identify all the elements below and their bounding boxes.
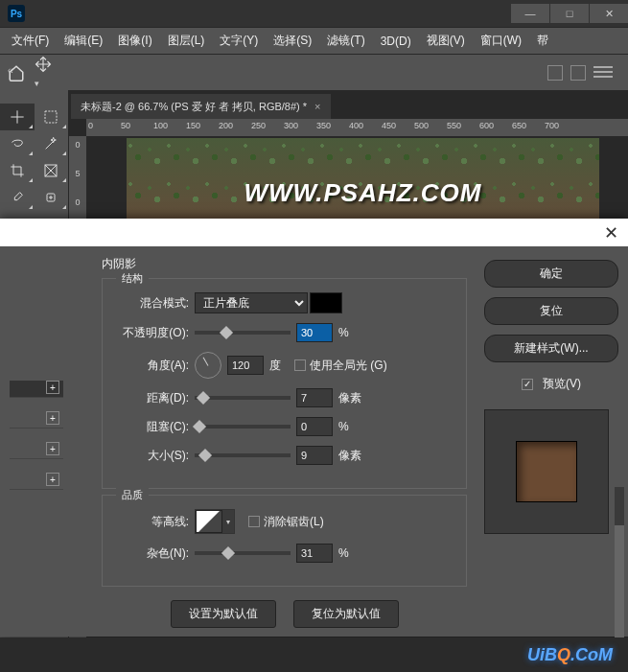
noise-slider[interactable] — [195, 551, 291, 555]
size-unit: 像素 — [338, 448, 361, 464]
crop-tool[interactable] — [0, 157, 35, 184]
quality-fieldset: 品质 等高线: ▾ 消除锯齿(L) 杂色(N): % — [102, 495, 467, 587]
plus-icon[interactable]: + — [46, 442, 59, 455]
document-tab[interactable]: 未标题-2 @ 66.7% (PS 爱 好 者 拷贝, RGB/8#) * × — [71, 94, 331, 119]
distance-input[interactable] — [296, 388, 333, 407]
ruler-tick: 550 — [447, 121, 461, 130]
move-tool[interactable] — [0, 104, 35, 130]
size-slider[interactable] — [195, 453, 291, 457]
dialog-header: ✕ — [0, 219, 628, 246]
svg-rect-0 — [45, 111, 57, 123]
document-tab-title: 未标题-2 @ 66.7% (PS 爱 好 者 拷贝, RGB/8#) * — [81, 100, 307, 114]
distance-slider[interactable] — [195, 396, 291, 400]
choke-slider[interactable] — [195, 425, 291, 429]
ruler-tick: 400 — [349, 121, 363, 130]
preview-label: 预览(V) — [543, 376, 581, 392]
footer-bar: UiBQ.CoM — [0, 637, 628, 672]
ruler-horizontal: 0 50 100 150 200 250 300 350 400 450 500… — [86, 119, 628, 136]
ruler-tick: 100 — [153, 121, 168, 130]
frame-tool[interactable] — [35, 157, 69, 184]
magic-wand-tool[interactable] — [35, 130, 69, 157]
ruler-tick: 0 — [75, 197, 80, 207]
plus-icon[interactable]: + — [46, 381, 59, 394]
choke-unit: % — [338, 420, 349, 433]
structure-label: 结构 — [116, 271, 149, 286]
global-light-checkbox[interactable] — [294, 359, 306, 371]
app-logo: Ps — [8, 5, 25, 22]
preview-checkbox[interactable] — [522, 379, 533, 390]
contour-picker[interactable]: ▾ — [195, 509, 235, 534]
plus-icon[interactable]: + — [46, 473, 59, 486]
blend-mode-select[interactable]: 正片叠底 — [195, 292, 308, 313]
option-box-1[interactable] — [547, 65, 563, 81]
style-list: + + + + — [10, 256, 63, 627]
option-box-2[interactable] — [570, 65, 586, 81]
noise-input[interactable] — [296, 544, 333, 563]
options-right — [547, 65, 620, 81]
choke-label: 阻塞(C): — [114, 419, 195, 435]
menu-3d[interactable]: 3D(D) — [373, 35, 419, 48]
angle-unit: 度 — [269, 358, 281, 374]
dialog-right-column: 确定 复位 新建样式(W)... 预览(V) — [484, 256, 618, 627]
healing-brush-tool[interactable] — [35, 184, 69, 211]
opacity-slider[interactable] — [195, 331, 291, 335]
angle-dial[interactable] — [195, 352, 221, 379]
ruler-tick: 0 — [75, 140, 80, 150]
ruler-tick: 700 — [545, 121, 559, 130]
reset-default-button[interactable]: 复位为默认值 — [293, 600, 399, 628]
ruler-tick: 650 — [512, 121, 526, 130]
style-list-item[interactable]: + — [10, 473, 63, 490]
plus-icon[interactable]: + — [46, 411, 59, 425]
ruler-tick: 300 — [284, 121, 298, 130]
preview-box — [484, 409, 609, 534]
menu-help[interactable]: 帮 — [529, 33, 556, 49]
contour-swatch — [196, 510, 222, 533]
choke-input[interactable] — [296, 417, 333, 436]
lasso-tool[interactable] — [0, 130, 35, 157]
menu-layer[interactable]: 图层(L) — [160, 33, 213, 49]
ok-button[interactable]: 确定 — [484, 260, 618, 288]
ruler-tick: 5 — [75, 169, 80, 178]
new-style-button[interactable]: 新建样式(W)... — [484, 335, 618, 362]
ruler-tick: 150 — [186, 121, 200, 130]
dialog-close-icon[interactable]: ✕ — [604, 222, 618, 243]
menu-view[interactable]: 视图(V) — [419, 33, 473, 49]
style-list-item[interactable]: + — [10, 442, 63, 459]
menu-filter[interactable]: 滤镜(T) — [319, 33, 372, 49]
style-list-item-active[interactable]: + — [10, 381, 63, 398]
close-window-button[interactable]: ✕ — [590, 4, 628, 23]
antialias-checkbox[interactable] — [248, 516, 260, 527]
reset-button[interactable]: 复位 — [484, 297, 618, 325]
menu-file[interactable]: 文件(F) — [4, 33, 57, 49]
window-controls: — □ ✕ — [510, 4, 628, 23]
angle-input[interactable] — [227, 356, 264, 375]
make-default-button[interactable]: 设置为默认值 — [171, 600, 276, 628]
preview-swatch — [516, 441, 577, 502]
menu-type[interactable]: 文字(Y) — [212, 33, 266, 49]
ruler-tick: 500 — [414, 121, 429, 130]
opacity-input[interactable] — [296, 323, 333, 342]
ruler-tick: 200 — [219, 121, 233, 130]
maximize-button[interactable]: □ — [550, 4, 589, 23]
close-tab-icon[interactable]: × — [314, 101, 320, 112]
menu-select[interactable]: 选择(S) — [266, 33, 319, 49]
menu-image[interactable]: 图像(I) — [110, 33, 159, 49]
options-menu-icon[interactable] — [593, 71, 613, 73]
eyedropper-tool[interactable] — [0, 184, 35, 211]
scrollbar-thumb[interactable] — [615, 525, 624, 650]
menu-window[interactable]: 窗口(W) — [473, 33, 529, 49]
size-label: 大小(S): — [114, 448, 195, 464]
minimize-button[interactable]: — — [511, 4, 549, 23]
distance-unit: 像素 — [338, 390, 361, 406]
collapse-panels-icon[interactable]: « — [4, 63, 17, 78]
size-input[interactable] — [296, 446, 333, 465]
marquee-tool[interactable] — [35, 104, 69, 130]
chevron-down-icon: ▾ — [222, 510, 234, 533]
blend-mode-label: 混合模式: — [114, 295, 195, 312]
footer-logo: UiBQ.CoM — [527, 645, 613, 665]
quality-label: 品质 — [116, 488, 149, 502]
move-tool-options-icon[interactable]: ▾ — [35, 56, 52, 90]
style-list-item[interactable]: + — [10, 411, 63, 429]
shadow-color-swatch[interactable] — [310, 292, 342, 313]
menu-edit[interactable]: 编辑(E) — [57, 33, 110, 49]
